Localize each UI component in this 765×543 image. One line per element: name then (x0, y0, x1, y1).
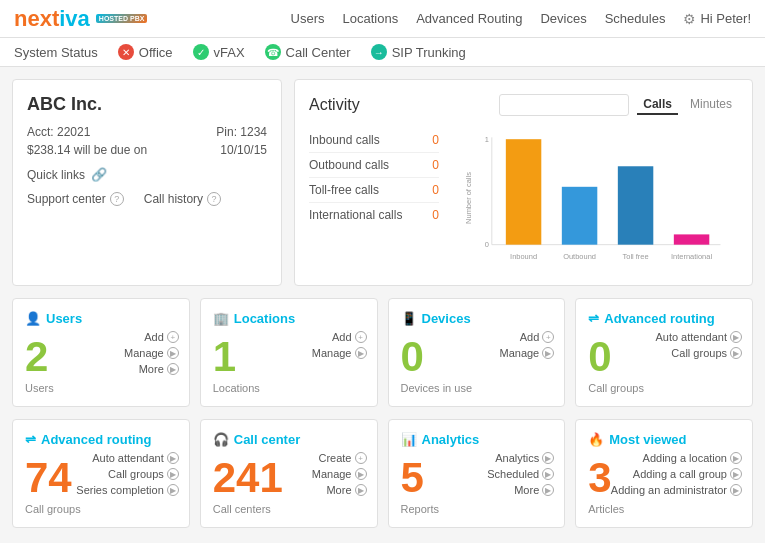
card-analytics: 📊 Analytics 5 Reports Analytics▶ Schedul… (388, 419, 566, 528)
nav-advanced-routing[interactable]: Advanced Routing (416, 11, 522, 26)
support-center-link[interactable]: Support center ? (27, 192, 124, 206)
nav-schedules[interactable]: Schedules (605, 11, 666, 26)
support-center-icon: ? (110, 192, 124, 206)
devices-icon: 📱 (401, 311, 417, 326)
analytics-label: Reports (401, 503, 553, 515)
most-viewed-label: Articles (588, 503, 740, 515)
most-viewed-add-loc[interactable]: Adding a location▶ (643, 452, 742, 464)
card-analytics-title: 📊 Analytics (401, 432, 553, 447)
stat-inbound: Inbound calls 0 (309, 128, 439, 153)
card-adv-routing-2-title: ⇌ Advanced routing (25, 432, 177, 447)
call-center-icon: 🎧 (213, 432, 229, 447)
users-more[interactable]: More▶ (139, 363, 179, 375)
stat-tollfree: Toll-free calls 0 (309, 178, 439, 203)
card-adv-routing-title: ⇌ Advanced routing (588, 311, 740, 326)
call-center-label: Call centers (213, 503, 365, 515)
card-adv-routing-2: ⇌ Advanced routing 74 Call groups Auto a… (12, 419, 190, 528)
greeting: ⚙ Hi Peter! (683, 11, 751, 27)
activity-title: Activity (309, 96, 360, 114)
users-label: Users (25, 382, 177, 394)
bar-outbound (562, 187, 597, 245)
card-most-viewed-title: 🔥 Most viewed (588, 432, 740, 447)
adv-routing-actions: Auto attendant▶ Call groups▶ (655, 331, 742, 359)
stat-international: International calls 0 (309, 203, 439, 227)
toggle-group: Calls Minutes (637, 95, 738, 115)
users-icon: 👤 (25, 311, 41, 326)
nav-links: Users Locations Advanced Routing Devices… (291, 11, 751, 27)
sip-label: SIP Trunking (392, 45, 466, 60)
adv-routing-2-series[interactable]: Series completion▶ (76, 484, 178, 496)
users-actions: Add+ Manage▶ More▶ (124, 331, 179, 375)
status-bar: System Status ✕ Office ✓ vFAX ☎ Call Cen… (0, 38, 765, 67)
svg-text:1: 1 (485, 135, 489, 144)
due-date: 10/10/15 (220, 143, 267, 157)
link-icon: 🔗 (91, 167, 107, 182)
locations-add[interactable]: Add+ (332, 331, 367, 343)
analytics-analytics[interactable]: Analytics▶ (495, 452, 554, 464)
nav-users[interactable]: Users (291, 11, 325, 26)
dashboard-row-2: ⇌ Advanced routing 74 Call groups Auto a… (0, 419, 765, 540)
gear-icon[interactable]: ⚙ (683, 11, 696, 27)
devices-actions: Add+ Manage▶ (499, 331, 554, 359)
adv-routing-2-auto-att[interactable]: Auto attendant▶ (92, 452, 179, 464)
quick-links: Quick links 🔗 (27, 167, 267, 182)
card-devices-title: 📱 Devices (401, 311, 553, 326)
users-add[interactable]: Add+ (144, 331, 179, 343)
call-center-more[interactable]: More▶ (326, 484, 366, 496)
adv-routing-label: Call groups (588, 382, 740, 394)
card-locations: 🏢 Locations 1 Locations Add+ Manage▶ (200, 298, 378, 407)
devices-add[interactable]: Add+ (520, 331, 555, 343)
adv-routing-2-actions: Auto attendant▶ Call groups▶ Series comp… (76, 452, 178, 496)
sip-status-dot: → (371, 44, 387, 60)
support-center-label: Support center (27, 192, 106, 206)
chart-area: Number of calls 1 0 (451, 128, 738, 271)
activity-dropdown[interactable] (499, 94, 629, 116)
call-history-link[interactable]: Call history ? (144, 192, 221, 206)
locations-actions: Add+ Manage▶ (312, 331, 367, 359)
system-status-label: System Status (14, 45, 98, 60)
left-panel: ABC Inc. Acct: 22021 Pin: 1234 $238.14 w… (12, 79, 282, 286)
svg-text:Toll free: Toll free (623, 252, 649, 261)
card-call-center-title: 🎧 Call center (213, 432, 365, 447)
adv-routing-2-call-grp[interactable]: Call groups▶ (108, 468, 179, 480)
toggle-minutes[interactable]: Minutes (684, 95, 738, 115)
callcenter-label: Call Center (286, 45, 351, 60)
card-call-center: 🎧 Call center 241 Call centers Create+ M… (200, 419, 378, 528)
acct-row: Acct: 22021 Pin: 1234 (27, 125, 267, 139)
due-label: $238.14 will be due on (27, 143, 147, 157)
status-sip: → SIP Trunking (371, 44, 466, 60)
office-label: Office (139, 45, 173, 60)
svg-text:Outbound: Outbound (563, 252, 596, 261)
stat-tollfree-label: Toll-free calls (309, 183, 379, 197)
stat-outbound: Outbound calls 0 (309, 153, 439, 178)
logo-text: nextiva (14, 6, 90, 32)
users-manage[interactable]: Manage▶ (124, 347, 179, 359)
vfax-label: vFAX (214, 45, 245, 60)
activity-body: Inbound calls 0 Outbound calls 0 Toll-fr… (309, 128, 738, 271)
call-center-actions: Create+ Manage▶ More▶ (312, 452, 367, 496)
card-users: 👤 Users 2 Users Add+ Manage▶ More▶ (12, 298, 190, 407)
locations-label: Locations (213, 382, 365, 394)
analytics-more[interactable]: More▶ (514, 484, 554, 496)
card-advanced-routing: ⇌ Advanced routing 0 Call groups Auto at… (575, 298, 753, 407)
adv-routing-call-groups[interactable]: Call groups▶ (671, 347, 742, 359)
locations-manage[interactable]: Manage▶ (312, 347, 367, 359)
adv-routing-auto-attendant[interactable]: Auto attendant▶ (655, 331, 742, 343)
analytics-scheduled[interactable]: Scheduled▶ (487, 468, 554, 480)
call-center-create[interactable]: Create+ (318, 452, 366, 464)
adv-routing-icon: ⇌ (588, 311, 599, 326)
toggle-calls[interactable]: Calls (637, 95, 678, 115)
devices-label: Devices in use (401, 382, 553, 394)
most-viewed-add-grp[interactable]: Adding a call group▶ (633, 468, 742, 480)
call-center-manage[interactable]: Manage▶ (312, 468, 367, 480)
adv-routing-2-label: Call groups (25, 503, 177, 515)
most-viewed-add-admin[interactable]: Adding an administrator▶ (611, 484, 742, 496)
status-office: ✕ Office (118, 44, 173, 60)
nav-locations[interactable]: Locations (343, 11, 399, 26)
office-status-dot: ✕ (118, 44, 134, 60)
quick-links-label: Quick links (27, 168, 85, 182)
nav-devices[interactable]: Devices (540, 11, 586, 26)
devices-manage[interactable]: Manage▶ (499, 347, 554, 359)
logo-badge: HOSTED PBX (96, 14, 148, 23)
stat-tollfree-val: 0 (432, 183, 439, 197)
